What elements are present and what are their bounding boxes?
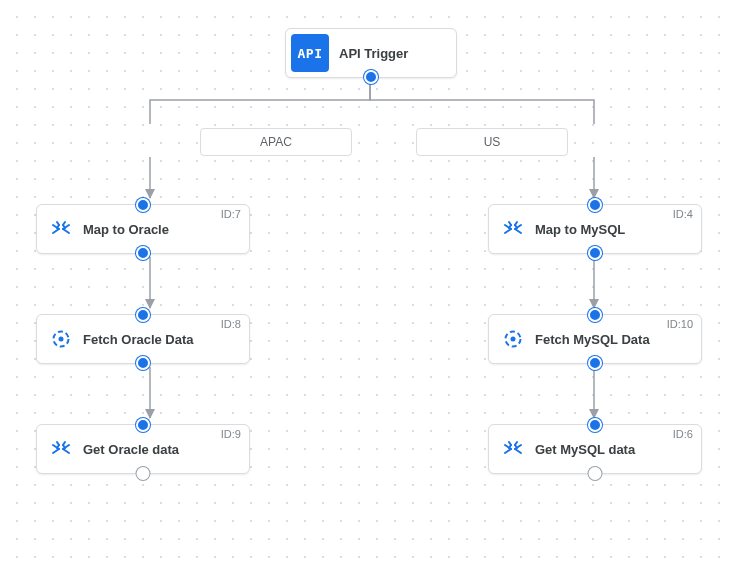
node-label: Map to MySQL: [525, 222, 625, 237]
node-map-to-mysql[interactable]: Map to MySQL ID:4: [488, 204, 702, 254]
data-mapping-icon: [49, 217, 73, 241]
node-label: API Trigger: [329, 46, 408, 61]
node-label: Map to Oracle: [73, 222, 169, 237]
node-id: ID:10: [667, 318, 693, 330]
svg-point-3: [511, 337, 516, 342]
data-mapping-icon: [501, 437, 525, 461]
connector-icon: [501, 327, 525, 351]
port-out[interactable]: [588, 246, 602, 260]
node-id: ID:8: [221, 318, 241, 330]
port-out[interactable]: [588, 356, 602, 370]
port-in[interactable]: [588, 308, 602, 322]
node-id: ID:6: [673, 428, 693, 440]
port-out-empty[interactable]: [589, 467, 602, 480]
node-api-trigger[interactable]: API API Trigger: [285, 28, 457, 78]
node-label: Fetch Oracle Data: [73, 332, 194, 347]
api-icon: API: [291, 34, 329, 72]
node-get-mysql-data[interactable]: Get MySQL data ID:6: [488, 424, 702, 474]
node-label: Fetch MySQL Data: [525, 332, 650, 347]
branch-label-apac[interactable]: APAC: [200, 128, 352, 156]
port-out[interactable]: [136, 246, 150, 260]
port-in[interactable]: [588, 198, 602, 212]
svg-point-1: [59, 337, 64, 342]
port-out-empty[interactable]: [137, 467, 150, 480]
port-in[interactable]: [136, 198, 150, 212]
data-mapping-icon: [49, 437, 73, 461]
data-mapping-icon: [501, 217, 525, 241]
port-in[interactable]: [588, 418, 602, 432]
branch-label-us[interactable]: US: [416, 128, 568, 156]
node-id: ID:7: [221, 208, 241, 220]
port-out[interactable]: [364, 70, 378, 84]
port-in[interactable]: [136, 308, 150, 322]
port-in[interactable]: [136, 418, 150, 432]
flow-canvas[interactable]: API API Trigger APAC US Map to Oracle ID…: [0, 0, 735, 569]
node-label: Get MySQL data: [525, 442, 635, 457]
port-out[interactable]: [136, 356, 150, 370]
node-id: ID:9: [221, 428, 241, 440]
node-get-oracle-data[interactable]: Get Oracle data ID:9: [36, 424, 250, 474]
connector-icon: [49, 327, 73, 351]
node-fetch-oracle-data[interactable]: Fetch Oracle Data ID:8: [36, 314, 250, 364]
connector-layer: [0, 0, 735, 569]
node-id: ID:4: [673, 208, 693, 220]
node-label: Get Oracle data: [73, 442, 179, 457]
node-map-to-oracle[interactable]: Map to Oracle ID:7: [36, 204, 250, 254]
node-fetch-mysql-data[interactable]: Fetch MySQL Data ID:10: [488, 314, 702, 364]
